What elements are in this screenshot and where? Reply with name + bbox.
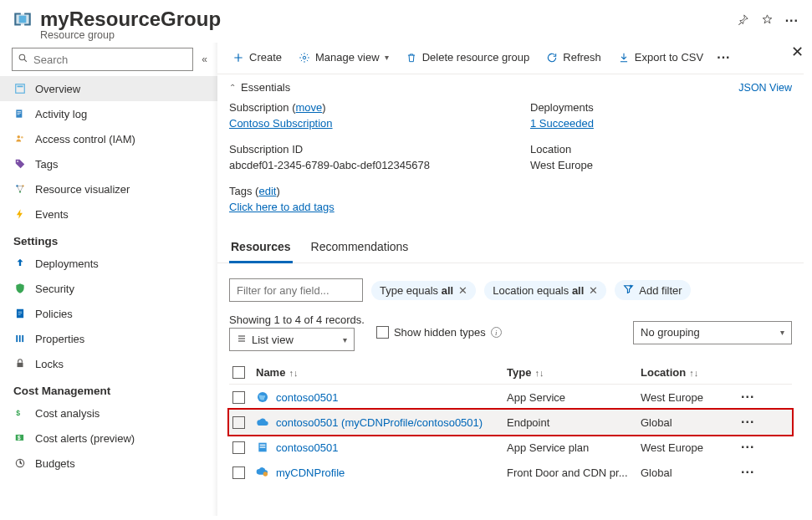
nav-locks[interactable]: Locks — [0, 351, 217, 376]
manage-view-button[interactable]: Manage view▾ — [295, 49, 392, 65]
grouping-select[interactable]: No grouping ▾ — [633, 321, 792, 344]
essentials-toggle[interactable]: ⌃Essentials — [229, 81, 290, 94]
pin-icon[interactable] — [737, 13, 749, 28]
column-location[interactable]: Location ↑↓ — [641, 366, 741, 379]
resource-group-icon — [12, 8, 33, 30]
list-view-select[interactable]: List view ▾ — [229, 328, 355, 351]
sidebar: « Overview Activity log Access control (… — [0, 43, 217, 516]
nav-deployments[interactable]: Deployments — [0, 251, 217, 276]
deployments-icon — [13, 257, 27, 270]
row-more-icon[interactable]: ··· — [741, 440, 764, 455]
search-icon — [18, 53, 28, 66]
row-more-icon[interactable]: ··· — [741, 390, 764, 405]
star-icon[interactable] — [761, 13, 774, 28]
resource-location: West Europe — [641, 441, 741, 454]
subscription-value[interactable]: Contoso Subscription — [229, 117, 333, 130]
svg-point-6 — [17, 161, 18, 163]
svg-rect-13 — [22, 335, 23, 342]
nav-access-control[interactable]: Access control (IAM) — [0, 126, 217, 151]
nav-cost-alerts[interactable]: $ Cost alerts (preview) — [0, 426, 217, 451]
location-filter-pill[interactable]: Location equals all ✕ — [484, 281, 606, 300]
resource-type: App Service — [507, 391, 641, 404]
remove-filter-icon[interactable]: ✕ — [458, 284, 467, 297]
add-filter-button[interactable]: Add filter — [615, 280, 690, 300]
add-filter-icon — [623, 283, 634, 297]
nav-label: Resource visualizer — [35, 183, 130, 196]
resource-name-link[interactable]: contoso0501 — [256, 390, 507, 404]
nav-label: Overview — [35, 83, 80, 95]
nav-label: Policies — [35, 308, 73, 320]
collapse-sidebar-icon[interactable]: « — [198, 50, 211, 69]
search-input[interactable] — [33, 54, 187, 66]
type-filter-pill[interactable]: Type equals all ✕ — [371, 281, 476, 300]
row-checkbox[interactable] — [232, 416, 245, 429]
nav-label: Properties — [35, 333, 84, 345]
row-more-icon[interactable]: ··· — [741, 465, 764, 480]
svg-point-4 — [18, 135, 21, 139]
page-title: myResourceGroup — [40, 8, 737, 30]
edit-tags-link[interactable]: edit — [258, 185, 276, 197]
nav-events[interactable]: Events — [0, 201, 217, 227]
row-checkbox[interactable] — [232, 391, 245, 404]
tags-label: Tags (edit) — [229, 184, 513, 200]
nav-activity-log[interactable]: Activity log — [0, 101, 217, 126]
select-all-checkbox[interactable] — [232, 366, 245, 379]
tags-value[interactable]: Click here to add tags — [229, 201, 335, 213]
resource-type: Endpoint — [507, 416, 641, 429]
column-name[interactable]: Name ↑↓ — [256, 366, 507, 379]
tab-recommendations[interactable]: Recommendations — [309, 237, 411, 263]
resource-icon — [256, 466, 269, 479]
column-type[interactable]: Type ↑↓ — [507, 366, 641, 379]
show-hidden-checkbox[interactable] — [376, 326, 389, 339]
budgets-icon — [13, 456, 27, 470]
nav-resource-visualizer[interactable]: Resource visualizer — [0, 176, 217, 201]
svg-point-19 — [303, 56, 306, 59]
row-checkbox[interactable] — [232, 466, 245, 479]
nav-budgets[interactable]: Budgets — [0, 451, 217, 476]
create-button[interactable]: Create — [229, 49, 285, 65]
svg-point-24 — [263, 472, 268, 477]
table-row: myCDNProfileFront Door and CDN pr...Glob… — [229, 460, 792, 485]
resources-table: Name ↑↓ Type ↑↓ Location ↑↓ contoso0501A… — [217, 358, 804, 485]
export-button[interactable]: Export to CSV — [615, 49, 707, 65]
resource-name-link[interactable]: contoso0501 — [256, 441, 507, 454]
resource-type: Front Door and CDN pr... — [507, 466, 641, 479]
cost-analysis-icon: $ — [13, 406, 27, 420]
table-row: contoso0501 (myCDNProfile/contoso0501)En… — [229, 410, 792, 435]
subscription-id-label: Subscription ID — [229, 142, 513, 158]
nav-policies[interactable]: Policies — [0, 301, 217, 326]
deployments-value[interactable]: 1 Succeeded — [530, 117, 594, 130]
row-more-icon[interactable]: ··· — [741, 415, 764, 430]
toolbar-more-icon[interactable]: ··· — [717, 50, 730, 65]
nav-overview[interactable]: Overview — [0, 76, 217, 101]
nav-label: Locks — [35, 358, 64, 370]
nav-properties[interactable]: Properties — [0, 326, 217, 351]
shield-icon — [13, 282, 27, 295]
move-link[interactable]: move — [296, 101, 323, 114]
resource-icon — [256, 415, 269, 429]
info-icon[interactable]: i — [491, 327, 502, 338]
tab-resources[interactable]: Resources — [229, 237, 293, 263]
row-checkbox[interactable] — [232, 441, 245, 454]
subscription-id-value: abcdef01-2345-6789-0abc-def012345678 — [229, 158, 513, 174]
refresh-button[interactable]: Refresh — [543, 49, 605, 65]
delete-button[interactable]: Delete resource group — [402, 49, 534, 65]
sort-icon: ↑↓ — [534, 368, 544, 378]
more-icon[interactable]: ··· — [785, 13, 799, 28]
sidebar-search[interactable] — [12, 48, 193, 71]
resource-location: West Europe — [641, 391, 741, 404]
nav-security[interactable]: Security — [0, 276, 217, 301]
resource-name-link[interactable]: myCDNProfile — [256, 466, 507, 479]
remove-filter-icon[interactable]: ✕ — [589, 284, 598, 297]
location-value: West Europe — [530, 158, 792, 174]
close-icon[interactable]: ✕ — [791, 43, 804, 61]
table-row: contoso0501App Service planWest Europe··… — [229, 435, 792, 460]
deployments-label: Deployments — [530, 100, 792, 116]
location-label: Location — [530, 142, 792, 158]
filter-input[interactable] — [229, 278, 363, 302]
nav-tags[interactable]: Tags — [0, 151, 217, 176]
json-view-link[interactable]: JSON View — [738, 82, 792, 94]
resource-name-link[interactable]: contoso0501 (myCDNProfile/contoso0501) — [256, 415, 507, 429]
nav-cost-analysis[interactable]: $ Cost analysis — [0, 400, 217, 426]
toolbar: Create Manage view▾ Delete resource grou… — [217, 43, 804, 74]
